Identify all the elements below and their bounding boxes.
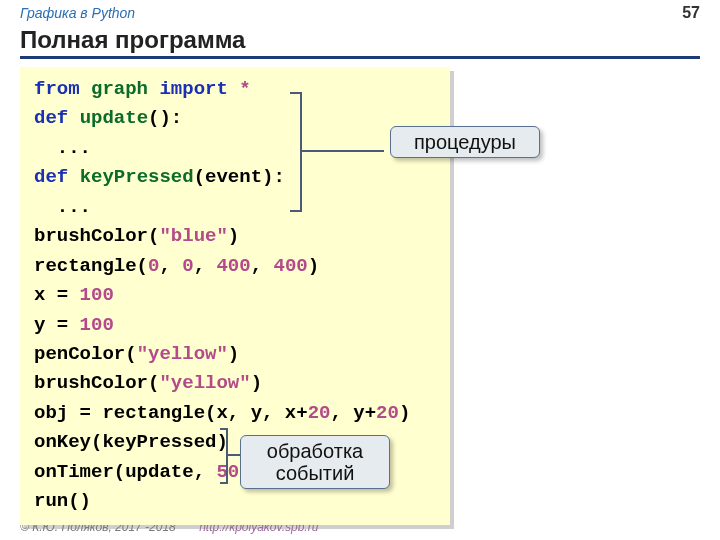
- code-text: x =: [34, 284, 80, 306]
- number: 0: [182, 255, 193, 277]
- code-text: penColor(: [34, 343, 137, 365]
- code-text: ): [228, 225, 239, 247]
- ident-module: graph: [91, 78, 148, 100]
- number: 100: [80, 314, 114, 336]
- kw-def: def: [34, 166, 68, 188]
- code-text: ,: [251, 255, 274, 277]
- code-text: run(): [34, 490, 91, 512]
- code-text: onTimer(update,: [34, 461, 216, 483]
- string-literal: "yellow": [159, 372, 250, 394]
- code-text: obj = rectangle(x, y, x+: [34, 402, 308, 424]
- page-number: 57: [682, 4, 700, 22]
- kw-import: import: [159, 78, 227, 100]
- code-text: ...: [34, 196, 91, 218]
- number: 100: [80, 284, 114, 306]
- number: 0: [148, 255, 159, 277]
- code-text: ,: [194, 255, 217, 277]
- callout-procedures: процедуры: [390, 126, 540, 158]
- string-literal: "blue": [159, 225, 227, 247]
- bracket-procedures: [290, 92, 302, 212]
- code-text: rectangle(: [34, 255, 148, 277]
- code-text: ():: [148, 107, 182, 129]
- code-text: ...: [34, 137, 91, 159]
- code-text: , y+: [330, 402, 376, 424]
- callout-events: обработка событий: [240, 435, 390, 489]
- number: 20: [376, 402, 399, 424]
- fn-keypressed: keyPressed: [80, 166, 194, 188]
- bracket-events: [220, 428, 228, 484]
- code-text: ,: [159, 255, 182, 277]
- code-text: ): [251, 372, 262, 394]
- code-text: ): [399, 402, 410, 424]
- code-text: brushColor(: [34, 372, 159, 394]
- bracket-connector: [302, 150, 384, 152]
- code-text: brushColor(: [34, 225, 159, 247]
- code-text: ): [228, 343, 239, 365]
- code-text: ): [308, 255, 319, 277]
- slide-title: Полная программа: [20, 26, 700, 59]
- kw-def: def: [34, 107, 68, 129]
- course-title: Графика в Python: [20, 5, 135, 21]
- number: 400: [274, 255, 308, 277]
- header: Графика в Python 57: [0, 0, 720, 22]
- kw-from: from: [34, 78, 80, 100]
- fn-update: update: [80, 107, 148, 129]
- number: 400: [216, 255, 250, 277]
- code-text: y =: [34, 314, 80, 336]
- code-text: (event):: [194, 166, 285, 188]
- kw-star: *: [239, 78, 250, 100]
- string-literal: "yellow": [137, 343, 228, 365]
- code-text: onKey(keyPressed): [34, 431, 228, 453]
- number: 20: [308, 402, 331, 424]
